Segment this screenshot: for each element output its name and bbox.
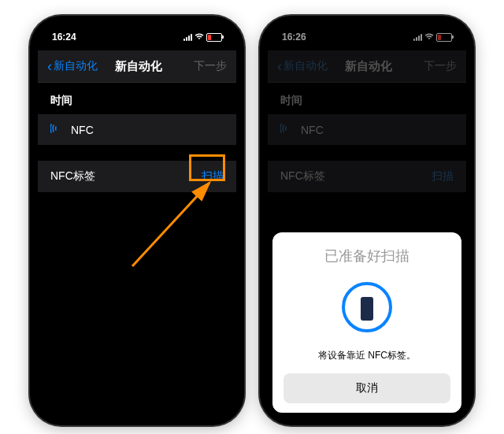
next-button[interactable]: 下一步 [180, 59, 227, 73]
back-label: 新自动化 [54, 59, 98, 73]
phone-nfc-icon [284, 280, 450, 335]
nav-title: 新自动化 [115, 59, 162, 74]
notch [320, 24, 414, 41]
signal-icon [183, 34, 192, 41]
screen-right: 16:26 ‹ 新自动化 新自动化 下一步 时间 [268, 24, 466, 417]
phone-frame-left: 16:24 ‹ 新自动化 新自动化 下一步 时间 [30, 16, 244, 425]
screen-left: 16:24 ‹ 新自动化 新自动化 下一步 时间 [38, 24, 236, 417]
nav-bar: ‹ 新自动化 新自动化 下一步 [38, 50, 236, 83]
annotation-arrow-icon [117, 180, 219, 277]
nfc-icon [50, 123, 63, 136]
sheet-message: 将设备靠近 NFC标签。 [284, 349, 450, 362]
content: 时间 NFC NFC标签 扫描 [38, 83, 236, 192]
scan-button[interactable]: 扫描 [202, 169, 224, 184]
svg-line-0 [132, 183, 209, 266]
nfc-tag-label: NFC标签 [50, 169, 202, 184]
sheet-title: 已准备好扫描 [284, 247, 450, 265]
cancel-button[interactable]: 取消 [284, 373, 450, 403]
status-time: 16:24 [52, 32, 91, 43]
wifi-icon [195, 33, 204, 42]
chevron-left-icon: ‹ [47, 58, 52, 75]
nfc-cell[interactable]: NFC [38, 114, 236, 145]
section-header-time: 时间 [38, 83, 236, 114]
nfc-tag-cell[interactable]: NFC标签 扫描 [38, 161, 236, 192]
notch [90, 24, 184, 41]
battery-icon [206, 33, 222, 42]
back-button[interactable]: ‹ 新自动化 [47, 58, 98, 75]
svg-rect-2 [361, 297, 373, 321]
nfc-label: NFC [71, 124, 224, 136]
phone-frame-right: 16:26 ‹ 新自动化 新自动化 下一步 时间 [260, 16, 474, 425]
nfc-scan-sheet: 已准备好扫描 将设备靠近 NFC标签。 取消 [272, 232, 461, 413]
